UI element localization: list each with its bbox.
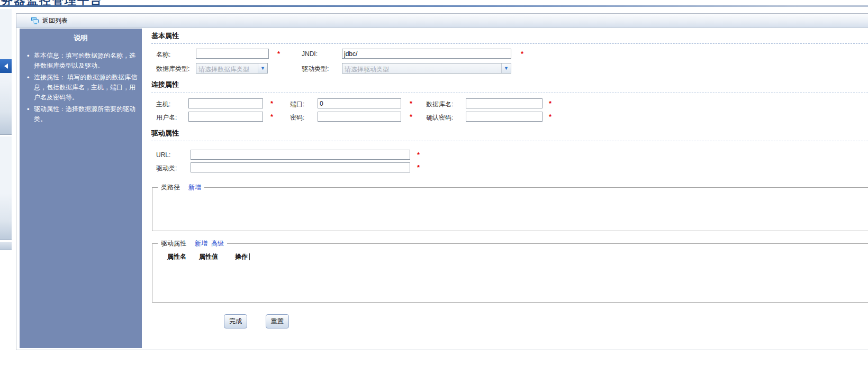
port-label: 端口: bbox=[290, 100, 304, 109]
collapsed-panel-middle bbox=[0, 136, 12, 240]
section-divider bbox=[151, 141, 868, 141]
port-input[interactable] bbox=[318, 98, 401, 108]
db-name-input[interactable] bbox=[466, 98, 542, 108]
classpath-fieldset: 类路径 新增 bbox=[152, 187, 868, 231]
collapse-panel-button[interactable] bbox=[0, 59, 12, 73]
db-type-select[interactable]: 请选择数据库类型 ▼ bbox=[196, 63, 268, 74]
required-marker: * bbox=[417, 163, 420, 171]
required-marker: * bbox=[410, 99, 412, 107]
driver-type-label: 驱动类型: bbox=[302, 65, 329, 74]
confirm-password-label: 确认密码: bbox=[426, 113, 453, 122]
classpath-legend-title: 类路径 bbox=[161, 183, 180, 192]
driver-props-fieldset: 驱动属性 新增 高级 属性名 属性值 操作 bbox=[152, 243, 868, 303]
back-to-list-label: 返回列表 bbox=[42, 16, 68, 25]
password-label: 密码: bbox=[290, 113, 304, 122]
username-input[interactable] bbox=[188, 112, 263, 122]
help-list-item: 基本信息：填写的数据源的名称，选择数据库类型以及驱动。 bbox=[34, 51, 138, 71]
section-driver-title: 驱动属性 bbox=[151, 129, 179, 138]
column-header-prop-name: 属性名 bbox=[167, 252, 199, 261]
required-marker: * bbox=[549, 113, 551, 121]
username-label: 用户名: bbox=[156, 113, 177, 122]
help-sidebar: 说明 基本信息：填写的数据源的名称，选择数据库类型以及驱动。 连接属性： 填写的… bbox=[20, 29, 142, 348]
driver-type-selected-value: 请选择驱动类型 bbox=[342, 63, 501, 73]
driver-props-advanced-link[interactable]: 高级 bbox=[211, 239, 224, 248]
required-marker: * bbox=[410, 113, 412, 121]
reset-button[interactable]: 重置 bbox=[266, 314, 289, 328]
section-divider bbox=[151, 93, 868, 93]
required-marker: * bbox=[521, 50, 523, 58]
chevron-down-icon: ▼ bbox=[258, 63, 267, 73]
driver-props-add-link[interactable]: 新增 bbox=[195, 239, 207, 248]
driver-props-table-header: 属性名 属性值 操作 bbox=[167, 252, 250, 261]
main-panel: 返回列表 说明 基本信息：填写的数据源的名称，选择数据库类型以及驱动。 连接属性… bbox=[16, 13, 868, 350]
stacked-windows-icon bbox=[31, 16, 39, 25]
db-type-selected-value: 请选择数据库类型 bbox=[196, 63, 258, 73]
name-input[interactable] bbox=[196, 49, 269, 59]
chevron-down-icon: ▼ bbox=[501, 63, 511, 73]
driver-class-label: 驱动类: bbox=[156, 164, 177, 173]
required-marker: * bbox=[549, 99, 551, 107]
column-header-prop-value: 属性值 bbox=[199, 252, 235, 261]
collapsed-panel-bottom bbox=[0, 242, 12, 250]
name-label: 名称: bbox=[156, 50, 170, 59]
host-input[interactable] bbox=[188, 98, 263, 108]
title-divider bbox=[0, 5, 868, 7]
datasource-form: 基本属性 名称: * JNDI: * 数据库类型: 请选择数据库类型 ▼ 驱动类… bbox=[150, 28, 868, 350]
help-sidebar-title: 说明 bbox=[20, 29, 142, 43]
password-input[interactable] bbox=[318, 112, 401, 122]
driver-class-input[interactable] bbox=[191, 162, 410, 172]
toolbar: 返回列表 bbox=[16, 14, 868, 28]
page-title: 务器监控管理平台 bbox=[1, 0, 103, 8]
url-input[interactable] bbox=[191, 150, 410, 160]
driver-props-legend-title: 驱动属性 bbox=[161, 239, 186, 248]
help-list-item: 连接属性： 填写的数据源的数据库信息，包括数据库名，主机，端口，用户名及密码等。 bbox=[34, 72, 138, 103]
finish-button[interactable]: 完成 bbox=[224, 314, 247, 328]
db-name-label: 数据库名: bbox=[426, 100, 453, 109]
section-basic-title: 基本属性 bbox=[151, 31, 179, 41]
driver-props-legend: 驱动属性 新增 高级 bbox=[158, 239, 227, 248]
jndi-input[interactable] bbox=[342, 49, 511, 59]
column-divider bbox=[249, 253, 250, 260]
section-divider bbox=[151, 43, 868, 44]
app-root: 务器监控管理平台 返回列表 说明 基本信息： bbox=[0, 0, 868, 365]
confirm-password-input[interactable] bbox=[466, 112, 542, 122]
classpath-add-link[interactable]: 新增 bbox=[188, 183, 201, 192]
host-label: 主机: bbox=[156, 100, 170, 109]
required-marker: * bbox=[270, 113, 273, 121]
required-marker: * bbox=[277, 50, 280, 58]
jndi-label: JNDI: bbox=[302, 50, 318, 58]
required-marker: * bbox=[270, 99, 273, 107]
db-type-label: 数据库类型: bbox=[156, 65, 189, 74]
help-list-item: 驱动属性：选择数据源所需要的驱动类。 bbox=[34, 104, 138, 124]
url-label: URL: bbox=[156, 151, 170, 159]
arrow-left-icon bbox=[4, 63, 8, 69]
back-to-list-button[interactable]: 返回列表 bbox=[29, 15, 70, 26]
section-connection-title: 连接属性 bbox=[151, 80, 179, 89]
column-header-operation: 操作 bbox=[235, 252, 248, 261]
classpath-legend: 类路径 新增 bbox=[158, 183, 204, 192]
help-list: 基本信息：填写的数据源的名称，选择数据库类型以及驱动。 连接属性： 填写的数据源… bbox=[34, 51, 138, 124]
required-marker: * bbox=[417, 151, 420, 159]
driver-type-select[interactable]: 请选择驱动类型 ▼ bbox=[342, 63, 511, 74]
